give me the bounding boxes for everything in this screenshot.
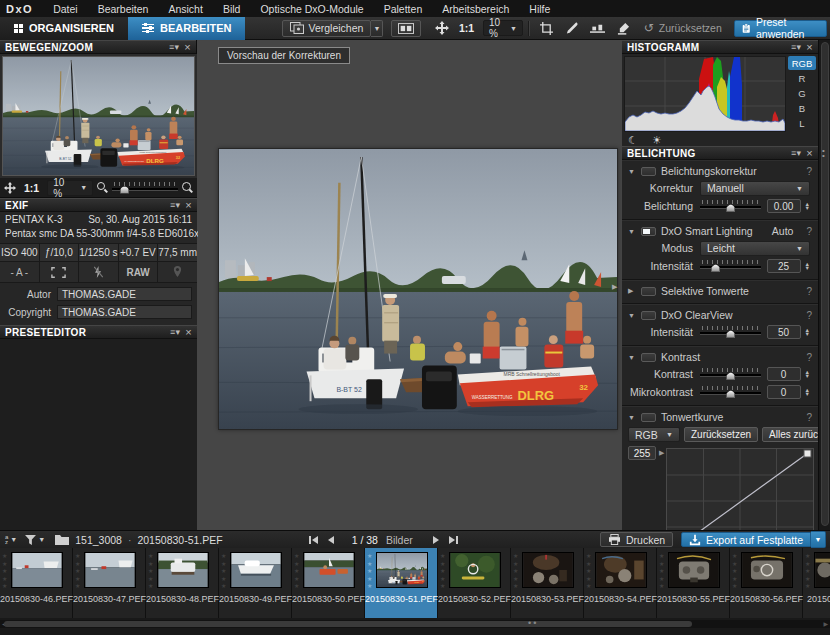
previous-image-button[interactable] (328, 536, 334, 544)
menu-bearbeiten[interactable]: Bearbeiten (88, 3, 159, 15)
close-icon[interactable]: × (185, 327, 192, 338)
menu-arbeitsbereich[interactable]: Arbeitsbereich (432, 3, 519, 15)
navigator-zoom-select[interactable]: 10 % ▼ (47, 180, 93, 196)
side-by-side-button[interactable] (391, 20, 421, 37)
clearview-value[interactable]: 50 (767, 325, 801, 339)
stepper-arrows[interactable]: ▲▼ (801, 370, 810, 379)
exposure-slider[interactable] (700, 200, 761, 212)
thumbnail-image[interactable] (668, 552, 722, 590)
intensity-value[interactable]: 25 (767, 259, 801, 273)
expand-icon[interactable]: ▶ (628, 287, 636, 295)
horizon-tool-button[interactable] (584, 19, 611, 38)
filmstrip-item[interactable]: ★★★★★ 20150830-46.PEF (0, 548, 73, 618)
filmstrip-item[interactable]: ★★★★★ 20150830-56.PEF (730, 548, 803, 618)
move-cross-icon[interactable] (4, 182, 16, 194)
reset-button[interactable]: ↺ Zurücksetzen (636, 20, 730, 37)
close-icon[interactable]: × (806, 42, 813, 53)
help-icon[interactable]: ? (806, 226, 812, 237)
zoom-1to1-button[interactable]: 1:1 (20, 182, 43, 194)
clearview-slider[interactable] (700, 326, 761, 338)
exposure-value[interactable]: 0.00 (767, 199, 801, 213)
splitter-grip-icon[interactable]: •• (822, 148, 825, 158)
stepper-arrows[interactable]: ▲▼ (801, 328, 810, 337)
menu-ansicht[interactable]: Ansicht (158, 3, 212, 15)
thumbnail-image[interactable] (522, 552, 576, 590)
right-panel-scrollbar[interactable]: •• (818, 40, 830, 530)
current-folder[interactable]: 151_3008 (75, 534, 122, 546)
stepper-arrows[interactable]: ▲▼ (801, 262, 810, 271)
rating-stars[interactable]: ★★★★★ (148, 553, 153, 591)
apply-preset-button[interactable]: Preset anwenden (734, 20, 827, 37)
menu-hilfe[interactable]: Hilfe (519, 3, 560, 15)
contrast-slider[interactable] (700, 368, 761, 380)
mode-dropdown[interactable]: Leicht ▼ (700, 241, 810, 256)
filmstrip-item[interactable]: ★★★★★ 20150830-54.PEF (584, 548, 657, 618)
panel-menu-icon[interactable]: ≡▾ (169, 42, 179, 52)
highlight-clipping-sun-icon[interactable]: ☀ (652, 134, 662, 147)
section-toggle[interactable] (641, 353, 656, 362)
curve-channel-dropdown[interactable]: RGB ▼ (628, 427, 680, 442)
eyedropper-tool-button[interactable] (559, 19, 584, 38)
navigator-thumbnail[interactable] (0, 54, 197, 178)
exposure-header[interactable]: BELICHTUNG ≡▾× (622, 146, 818, 160)
channel-r-button[interactable]: R (788, 71, 816, 85)
filmstrip-item[interactable]: ★★★★★ 20150830-49.PEF (219, 548, 292, 618)
rating-stars[interactable]: ★★★★★ (2, 553, 7, 591)
collapse-icon[interactable]: ▼ (628, 168, 636, 175)
rating-stars[interactable]: ★★★★★ (586, 553, 591, 591)
thumbnail-image[interactable] (230, 552, 284, 590)
tab-organisieren[interactable]: ORGANISIEREN (0, 17, 128, 40)
intensity-slider[interactable] (700, 260, 761, 272)
section-toggle[interactable] (641, 227, 656, 236)
panel-menu-icon[interactable]: ≡▾ (791, 42, 801, 52)
thumbnail-image[interactable] (11, 552, 65, 590)
print-button[interactable]: Drucken (600, 532, 673, 547)
stepper-arrows[interactable]: ▲▼ (801, 388, 810, 397)
thumbnail-image[interactable] (595, 552, 649, 590)
panel-collapse-arrow-icon[interactable]: ▶ (612, 283, 617, 291)
next-image-button[interactable] (433, 536, 439, 544)
help-icon[interactable]: ? (806, 412, 812, 423)
section-toggle[interactable] (641, 167, 656, 176)
first-image-button[interactable] (309, 536, 318, 544)
channel-l-button[interactable]: L (788, 116, 816, 130)
filmstrip-item[interactable]: ★★★★★ 20150 (803, 548, 830, 618)
tab-bearbeiten[interactable]: BEARBEITEN (128, 17, 246, 40)
contrast-value[interactable]: 0 (767, 367, 801, 381)
help-icon[interactable]: ? (806, 352, 812, 363)
pan-tool-button[interactable] (429, 19, 455, 38)
menu-optische-module[interactable]: Optische DxO-Module (250, 3, 373, 15)
close-icon[interactable]: × (806, 148, 813, 159)
histogram-header[interactable]: HISTOGRAMM ≡▾× (622, 40, 818, 54)
last-image-button[interactable] (449, 536, 458, 544)
rating-stars[interactable]: ★★★★★ (513, 553, 518, 591)
crop-tool-button[interactable] (534, 19, 559, 38)
thumbnail-image[interactable] (741, 552, 795, 590)
compare-button[interactable]: Vergleichen (282, 20, 372, 37)
main-photo[interactable] (218, 148, 618, 430)
filmstrip-item-selected[interactable]: ★★★★★ 20150830-51.PEF (365, 548, 438, 618)
preseteditor-header[interactable]: PRESETEDITOR ≡▾× (0, 325, 197, 339)
thumbnail-image[interactable] (157, 552, 211, 590)
collapse-icon[interactable]: ▼ (628, 312, 636, 319)
rating-stars[interactable]: ★★★★★ (75, 553, 80, 591)
thumbnail-image[interactable] (303, 552, 357, 590)
filmstrip-item[interactable]: ★★★★★ 20150830-52.PEF (438, 548, 511, 618)
curve-reset-button[interactable]: Zurücksetzen (684, 427, 758, 442)
panel-menu-icon[interactable]: ≡▾ (791, 148, 801, 158)
filmstrip-scrollbar[interactable]: ◀ •• ▶ (0, 620, 830, 628)
thumbnail-image[interactable] (84, 552, 138, 590)
rating-stars[interactable]: ★★★★★ (440, 553, 445, 591)
export-dropdown-button[interactable]: ▼ (811, 531, 826, 548)
menu-paletten[interactable]: Paletten (374, 3, 433, 15)
section-toggle[interactable] (641, 311, 656, 320)
menu-bild[interactable]: Bild (213, 3, 251, 15)
thumbnail-image[interactable] (449, 552, 503, 590)
export-button[interactable]: Export auf Festplatte (681, 532, 811, 547)
channel-b-button[interactable]: B (788, 101, 816, 115)
copyright-field[interactable]: THOMAS.GADE (57, 305, 192, 319)
compare-dropdown-button[interactable]: ▼ (371, 20, 383, 37)
rating-stars[interactable]: ★★★★★ (367, 553, 372, 591)
zoom-1to1-button[interactable]: 1:1 (455, 22, 478, 34)
thumbnail-image[interactable] (376, 552, 430, 590)
